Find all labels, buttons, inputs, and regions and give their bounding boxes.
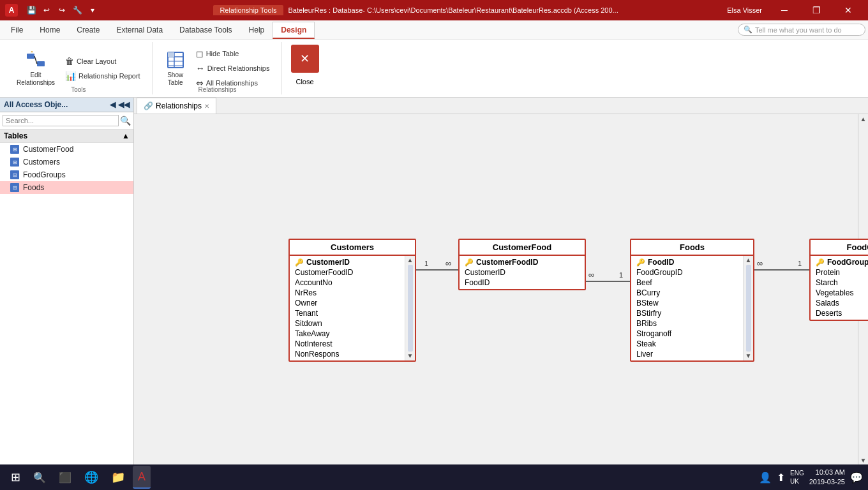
- title-bar-right: Elsa Visser ─ ❐ ✕: [727, 0, 863, 20]
- show-table-label: ShowTable: [167, 71, 183, 87]
- table-foodgroups-header: FoodGroups: [811, 240, 868, 256]
- field-tenant: Tenant: [290, 308, 405, 318]
- field-bcurry: BCurry: [631, 288, 743, 298]
- ribbon-tab-bar: File Home Create External Data Database …: [0, 20, 868, 40]
- field-nonrespons: NonRespons: [290, 349, 405, 359]
- sidebar-section-toggle-icon[interactable]: ▲: [122, 131, 130, 140]
- taskbar-person-icon[interactable]: 👤: [759, 471, 772, 484]
- canvas-scroll-down[interactable]: ▼: [859, 456, 868, 465]
- debug-qat-btn[interactable]: 🔧: [70, 3, 84, 17]
- field-beef: Beef: [631, 278, 743, 288]
- field-bribs: BRibs: [631, 318, 743, 329]
- table-foods-scrollbar[interactable]: ▲ ▼: [743, 256, 753, 360]
- tab-relationships[interactable]: 🔗 Relationships ✕: [137, 98, 216, 114]
- taskbar-access-icon: A: [138, 470, 146, 484]
- taskbar-taskview-btn[interactable]: ⬛: [54, 466, 77, 489]
- show-table-icon: [165, 50, 186, 70]
- pk-icon-cfid: 🔑: [465, 258, 474, 267]
- field-foodgroupid: 🔑FoodGroupID: [811, 257, 868, 267]
- table-foodgroups-body: 🔑FoodGroupID Protein Starch Vegetables S…: [811, 256, 868, 320]
- scroll-up-foods[interactable]: ▲: [745, 257, 752, 264]
- sidebar-collapse-icon[interactable]: ◀◀: [118, 100, 130, 109]
- relationship-report-label: Relationship Report: [79, 72, 140, 80]
- relationship-report-btn[interactable]: 📊 Relationship Report: [61, 69, 144, 83]
- svg-text:∞: ∞: [757, 258, 763, 268]
- table-customerfood-header: CustomerFood: [460, 240, 585, 256]
- relationships-group-label: Relationships: [198, 86, 237, 93]
- minimize-btn[interactable]: ─: [770, 0, 799, 20]
- sidebar-item-customerfood[interactable]: ⊞ CustomerFood: [0, 143, 133, 156]
- close-btn[interactable]: ✕: [834, 0, 863, 20]
- taskbar-start-btn[interactable]: ⊞: [5, 467, 26, 487]
- quick-access-toolbar: 💾 ↩ ↪ 🔧 ▾: [24, 3, 100, 17]
- field-starch: Starch: [811, 278, 868, 288]
- scroll-down-foods[interactable]: ▼: [745, 353, 752, 359]
- table-customers-fields: 🔑CustomerID CustomerFoodID AccountNo NrR…: [290, 256, 405, 360]
- field-vegetables: Vegetables: [811, 288, 868, 298]
- tab-relationships-close[interactable]: ✕: [204, 103, 209, 110]
- redo-qat-btn[interactable]: ↪: [55, 3, 69, 17]
- save-qat-btn[interactable]: 💾: [24, 3, 38, 17]
- canvas-scroll-up[interactable]: ▲: [859, 114, 868, 124]
- field-notinterest: NotInterest: [290, 339, 405, 349]
- field-takeaway: TakeAway: [290, 329, 405, 339]
- tab-database-tools[interactable]: Database Tools: [171, 22, 241, 38]
- taskbar-search-icon: 🔍: [33, 471, 46, 484]
- tab-bar: 🔗 Relationships ✕: [134, 98, 868, 114]
- direct-relationships-label: Direct Relationships: [207, 64, 270, 72]
- hide-table-btn[interactable]: ◻ Hide Table: [192, 47, 274, 61]
- taskbar-up-arrow-icon[interactable]: ⬆: [777, 471, 785, 484]
- tab-home[interactable]: Home: [31, 22, 68, 38]
- table-foods: Foods 🔑FoodID FoodGroupID Beef BCurry BS…: [630, 239, 754, 362]
- sidebar-item-foods[interactable]: ⊞ Foods: [0, 181, 133, 194]
- show-table-btn[interactable]: ShowTable: [161, 47, 190, 90]
- svg-rect-1: [37, 61, 45, 66]
- tools-group-label: Tools: [71, 86, 86, 93]
- scroll-up-customers[interactable]: ▲: [407, 257, 414, 264]
- sidebar-search-input[interactable]: [3, 115, 119, 126]
- main-layout: All Access Obje... ◀ ◀◀ 🔍 Tables ▲ ⊞ Cus…: [0, 98, 868, 465]
- direct-relationships-btn[interactable]: ↔ Direct Relationships: [192, 61, 274, 75]
- sidebar-item-foodgroups[interactable]: ⊞ FoodGroups: [0, 168, 133, 181]
- sidebar-search-icon[interactable]: ◀: [110, 100, 116, 109]
- field-customerfoodid: 🔑CustomerFoodID: [460, 257, 585, 267]
- pk-icon-customerid: 🔑: [295, 258, 304, 267]
- user-name: Elsa Visser: [727, 6, 762, 14]
- tab-help[interactable]: Help: [241, 22, 273, 38]
- restore-btn[interactable]: ❐: [802, 0, 831, 20]
- taskbar-chrome-btn[interactable]: 🌐: [79, 466, 103, 489]
- hide-table-icon: ◻: [196, 48, 204, 59]
- clear-layout-btn[interactable]: 🗑 Clear Layout: [61, 54, 144, 68]
- ribbon: File Home Create External Data Database …: [0, 20, 868, 98]
- taskbar-access-btn[interactable]: A: [133, 466, 151, 489]
- sidebar-item-customers[interactable]: ⊞ Customers: [0, 156, 133, 168]
- taskbar-time-display: 10:03 AM: [809, 468, 845, 477]
- hide-table-label: Hide Table: [206, 50, 239, 57]
- access-app-icon: A: [5, 4, 18, 17]
- pk-icon-fgid: 🔑: [816, 258, 825, 267]
- tab-create[interactable]: Create: [68, 22, 108, 38]
- taskbar-fileexplorer-btn[interactable]: 📁: [106, 466, 130, 489]
- svg-rect-0: [27, 54, 34, 59]
- field-foodid-cf: FoodID: [460, 278, 585, 288]
- field-customerid-cf: CustomerID: [460, 267, 585, 278]
- field-customerfoodid-c: CustomerFoodID: [290, 267, 405, 278]
- tab-file[interactable]: File: [3, 22, 31, 38]
- field-stroganoff: Stroganoff: [631, 329, 743, 339]
- close-ribbon-btn[interactable]: ✕: [291, 45, 319, 73]
- undo-qat-btn[interactable]: ↩: [40, 3, 54, 17]
- dropdown-qat-btn[interactable]: ▾: [86, 3, 100, 17]
- edit-relationships-btn[interactable]: EditRelationships: [13, 47, 59, 90]
- table-customers-scrollbar[interactable]: ▲ ▼: [405, 256, 415, 360]
- clear-layout-icon: 🗑: [65, 56, 74, 66]
- svg-text:1: 1: [424, 260, 428, 267]
- taskbar-clock[interactable]: 10:03 AM 2019-03-25: [809, 468, 845, 487]
- sidebar-search-go-icon[interactable]: 🔍: [120, 115, 131, 126]
- taskbar-notification-icon[interactable]: 💬: [850, 471, 863, 484]
- table-customerfood-fields: 🔑CustomerFoodID CustomerID FoodID: [460, 256, 585, 289]
- tab-external-data[interactable]: External Data: [108, 22, 171, 38]
- taskbar-search-btn[interactable]: 🔍: [28, 466, 51, 489]
- tab-design[interactable]: Design: [273, 22, 315, 39]
- field-foodgroupid-f: FoodGroupID: [631, 267, 743, 278]
- scroll-down-customers[interactable]: ▼: [407, 353, 414, 359]
